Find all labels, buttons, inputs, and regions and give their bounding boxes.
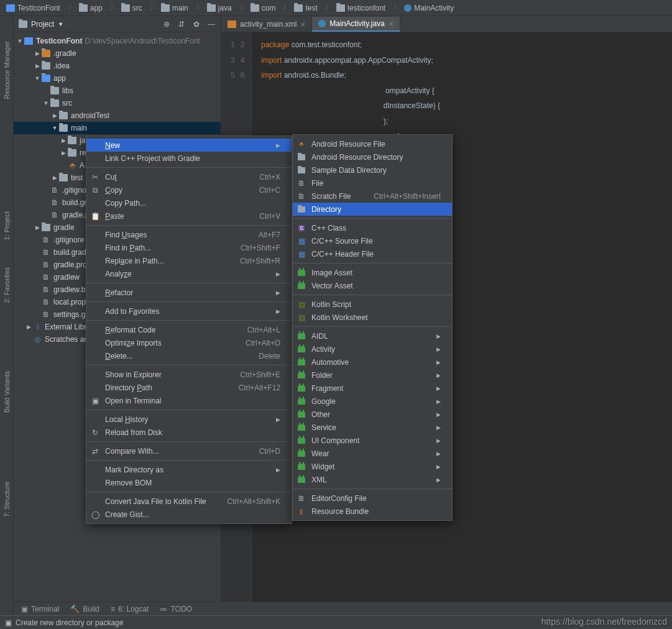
menu-item[interactable]: ✂CutCtrl+X [86, 170, 292, 183]
rail-tab[interactable]: Resource Manager [3, 41, 11, 99]
tree-item[interactable]: libs [14, 85, 221, 97]
breadcrumb-item[interactable]: 〉src [106, 2, 145, 13]
menu-item[interactable]: Reformat CodeCtrl+Alt+L [86, 323, 292, 336]
menu-item[interactable]: 🗎File [293, 177, 452, 190]
menu-item[interactable]: Automotive▶ [293, 356, 452, 369]
menu-item[interactable]: Sample Data Directory [293, 163, 452, 177]
submenu-arrow-icon: ▶ [276, 308, 280, 314]
menu-item[interactable]: 🗎EditorConfig File [293, 492, 452, 505]
menu-item[interactable]: Find UsagesAlt+F7 [86, 228, 292, 241]
editor-tabs: activity_main.xml✕MainActivity.java✕ [221, 16, 672, 32]
menu-item[interactable]: SC++ Class [293, 221, 452, 234]
menu-item[interactable]: UI Component▶ [293, 434, 452, 447]
submenu-arrow-icon: ▶ [436, 438, 441, 444]
menu-item[interactable]: Folder▶ [293, 369, 452, 382]
menu-item[interactable]: Convert Java File to Kotlin FileCtrl+Alt… [86, 495, 292, 508]
tree-item[interactable]: ▶.idea [14, 60, 221, 72]
menu-item[interactable]: Service▶ [293, 421, 452, 434]
breadcrumb-item[interactable]: 〉MainActivity [389, 2, 456, 13]
menu-item[interactable]: ⇄Compare With...Ctrl+D [86, 444, 292, 457]
folder-icon [336, 4, 345, 12]
menu-item[interactable]: Other▶ [293, 408, 452, 421]
menu-item[interactable]: ▣Open in Terminal [86, 394, 292, 407]
menu-item[interactable]: 📋PasteCtrl+V [86, 209, 292, 223]
menu-item[interactable]: New▶ [86, 139, 292, 152]
project-title[interactable]: Project ▼ [19, 20, 162, 29]
menu-item[interactable]: ▤Kotlin Script [293, 298, 452, 311]
menu-item[interactable]: Activity▶ [293, 342, 452, 356]
tool-tab[interactable]: ▣Terminal [21, 605, 59, 613]
context-menu-new[interactable]: ⬘Android Resource FileAndroid Resource D… [292, 134, 453, 521]
menu-item[interactable]: Directory PathCtrl+Alt+F12 [86, 381, 292, 394]
menu-item[interactable]: Mark Directory as▶ [86, 463, 292, 476]
hide-icon[interactable]: — [207, 20, 216, 29]
tool-tab[interactable]: ≡6: Logcat [111, 605, 149, 613]
menu-item[interactable]: Android Resource Directory [293, 150, 452, 163]
menu-item[interactable]: Vector Asset [293, 279, 452, 292]
menu-item[interactable]: ▦C/C++ Header File [293, 247, 452, 260]
menu-item[interactable]: Directory [293, 203, 452, 216]
menu-icon [297, 438, 306, 444]
collapse-icon[interactable]: ⇵ [177, 20, 186, 29]
tool-tab[interactable]: ≔TODO [160, 605, 191, 613]
menu-item[interactable]: Copy Path... [86, 196, 292, 209]
menu-item[interactable]: Google▶ [293, 395, 452, 408]
menu-item[interactable]: XML▶ [293, 473, 452, 486]
breadcrumb-item[interactable]: 〉app [64, 2, 105, 13]
menu-item[interactable]: 🗎Scratch FileCtrl+Alt+Shift+Insert [293, 190, 452, 203]
rail-tab[interactable]: 1: Project [3, 211, 11, 240]
menu-item[interactable]: Fragment▶ [293, 382, 452, 395]
menu-icon: ⬘ [297, 140, 306, 147]
tree-item[interactable]: ▼app [14, 72, 221, 85]
menu-item[interactable]: Remove BOM [86, 476, 292, 489]
menu-item[interactable]: Find in Path...Ctrl+Shift+F [86, 241, 292, 254]
close-icon[interactable]: ✕ [300, 21, 305, 28]
locate-icon[interactable]: ⊕ [162, 20, 171, 29]
breadcrumb-item[interactable]: 〉java [192, 2, 234, 13]
menu-icon: ⧉ [90, 186, 100, 195]
tree-item[interactable]: ▼main [14, 122, 221, 134]
menu-icon: ▤ [297, 313, 306, 322]
tree-item[interactable]: ▶.gradle [14, 47, 221, 60]
menu-item[interactable]: ◯Create Gist... [86, 508, 292, 521]
menu-item[interactable]: Image Asset [293, 266, 452, 279]
settings-icon[interactable]: ✿ [192, 20, 201, 29]
breadcrumb-item[interactable]: TestIconFont [4, 4, 63, 12]
breadcrumb-item[interactable]: 〉com [236, 2, 278, 13]
rail-tab[interactable]: 7: Structure [3, 482, 11, 517]
tree-item[interactable]: ▼src [14, 97, 221, 109]
tool-tab[interactable]: 🔨Build [70, 605, 99, 613]
menu-item[interactable]: ⧉CopyCtrl+C [86, 183, 292, 196]
menu-item[interactable]: Local History▶ [86, 413, 292, 426]
menu-item[interactable]: Refactor▶ [86, 286, 292, 299]
rail-tab[interactable]: Build Variants [3, 371, 11, 413]
menu-item[interactable]: Link C++ Project with Gradle [86, 152, 292, 165]
menu-item[interactable]: ⬘Android Resource File [293, 137, 452, 150]
breadcrumb-item[interactable]: 〉main [146, 2, 191, 13]
menu-item[interactable]: ↻Reload from Disk [86, 426, 292, 439]
menu-item[interactable]: ⫿Resource Bundle [293, 505, 452, 518]
submenu-arrow-icon: ▶ [276, 142, 280, 149]
menu-item[interactable]: ▤Kotlin Worksheet [293, 311, 452, 324]
menu-item[interactable]: Wear▶ [293, 447, 452, 460]
menu-item[interactable]: Optimize ImportsCtrl+Alt+O [86, 336, 292, 349]
editor-tab[interactable]: activity_main.xml✕ [221, 17, 312, 32]
tree-item[interactable]: ▶androidTest [14, 109, 221, 122]
menu-item[interactable]: Delete...Delete [86, 349, 292, 362]
close-icon[interactable]: ✕ [389, 21, 394, 27]
menu-item[interactable]: ▦C/C++ Source File [293, 234, 452, 247]
breadcrumb-item[interactable]: 〉test [279, 2, 320, 13]
left-tool-rail-bottom: 2: FavoritesBuild Variants7: Structure [0, 267, 14, 517]
menu-item[interactable]: Widget▶ [293, 460, 452, 473]
tree-root[interactable]: ▼TestIconFontD:\devSpace\Android\TestIco… [14, 35, 221, 47]
menu-item[interactable]: Show in ExplorerCtrl+Shift+E [86, 368, 292, 381]
menu-item[interactable]: Analyze▶ [86, 267, 292, 280]
menu-item[interactable]: Add to Favorites▶ [86, 305, 292, 318]
menu-icon: ▣ [90, 397, 100, 405]
breadcrumb-item[interactable]: 〉testiconfont [321, 2, 388, 13]
menu-item[interactable]: AIDL▶ [293, 329, 452, 342]
menu-item[interactable]: Replace in Path...Ctrl+Shift+R [86, 254, 292, 267]
context-menu-main[interactable]: New▶Link C++ Project with Gradle✂CutCtrl… [86, 135, 292, 524]
editor-tab[interactable]: MainActivity.java✕ [312, 17, 400, 32]
rail-tab[interactable]: 2: Favorites [3, 267, 11, 303]
